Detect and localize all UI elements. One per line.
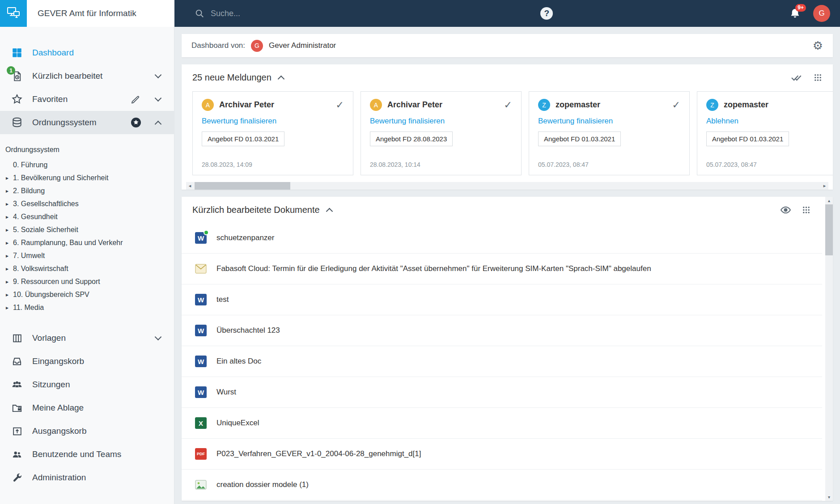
edit-pencil-icon[interactable] <box>131 95 140 104</box>
widget-drag-grid-icon[interactable] <box>802 206 810 214</box>
tree-root[interactable]: Ordnungssystem <box>4 144 170 158</box>
document-row[interactable]: W schuetzenpanzer <box>182 223 822 254</box>
tree-item[interactable]: ▸2. Bildung <box>4 184 170 197</box>
document-row[interactable]: X UniqueExcel <box>182 408 822 439</box>
document-row[interactable]: Fabasoft Cloud: Termin für die Erledigun… <box>182 254 822 284</box>
sidebar-item-recently-edited[interactable]: 1 Kürzlich bearbeitet <box>0 64 174 88</box>
collapse-chevron-up-icon[interactable] <box>326 208 333 215</box>
vertical-scrollbar[interactable]: ▴ ▾ <box>825 197 833 501</box>
chevron-down-icon[interactable] <box>155 71 162 78</box>
tree-expand-arrow[interactable]: ▸ <box>4 175 13 181</box>
mark-all-read-icon[interactable] <box>791 72 803 84</box>
tree-item[interactable]: ▸9. Ressourcen und Support <box>4 275 170 288</box>
help-button[interactable]: ? <box>540 7 553 20</box>
tree-item[interactable]: ▸5. Soziale Sicherheit <box>4 223 170 236</box>
scroll-right-arrow[interactable]: ▸ <box>821 182 828 190</box>
search-bar[interactable] <box>195 8 436 18</box>
document-row[interactable]: PDF P023_Verfahren_GEVER_v1-0_2004-06-28… <box>182 439 822 470</box>
notification-card[interactable]: Z zopemaster Ablehnen Angebot FD 01.03.2… <box>697 91 833 175</box>
search-input[interactable] <box>211 9 403 18</box>
document-row[interactable]: W test <box>182 284 822 315</box>
tree-item-label: 6. Raumplanung, Bau und Verkehr <box>13 239 123 247</box>
tree-expand-arrow[interactable]: ▸ <box>4 214 13 220</box>
tree-item[interactable]: ▸3. Gesellschaftliches <box>4 197 170 210</box>
app-logo[interactable] <box>0 0 27 27</box>
sidebar-item-sitzungen[interactable]: Sitzungen <box>0 373 174 396</box>
reference-tag[interactable]: Angebot FD 28.08.2023 <box>370 131 453 146</box>
tree-item-label: 10. Übungsbereich SPV <box>13 291 89 299</box>
tree-item[interactable]: ▸1. Bevölkerung und Sicherheit <box>4 171 170 184</box>
sidebar-item-meine-ablage[interactable]: Meine Ablage <box>0 396 174 419</box>
document-row[interactable]: W Wurst <box>182 377 822 408</box>
tree-expand-arrow[interactable]: ▸ <box>4 240 13 246</box>
tree-expand-arrow[interactable]: ▸ <box>4 201 13 207</box>
tree-expand-arrow[interactable]: ▸ <box>4 253 13 259</box>
notification-card[interactable]: A Archivar Peter ✓ Bewertung finalisiere… <box>361 91 522 175</box>
sidebar: Dashboard 1 Kürzlich bearbeitet Favorite… <box>0 27 174 504</box>
document-list: W schuetzenpanzer Fabasoft Cloud: Termin… <box>182 223 822 500</box>
sender-name: zopemaster <box>724 100 833 110</box>
sidebar-item-benutzende-und-teams[interactable]: Benutzende und Teams <box>0 443 174 466</box>
sidebar-item-ausgangskorb[interactable]: Ausgangskorb <box>0 419 174 443</box>
scrollbar-thumb[interactable] <box>195 182 290 190</box>
notifications-button[interactable]: 9+ <box>789 8 801 19</box>
sidebar-item-label: Vorlagen <box>32 333 147 343</box>
chevron-down-icon[interactable] <box>155 333 162 340</box>
notification-card[interactable]: A Archivar Peter ✓ Bewertung finalisiere… <box>192 91 353 175</box>
reference-tag[interactable]: Angebot FD 01.03.2021 <box>538 131 621 146</box>
horizontal-scrollbar[interactable]: ◂ ▸ <box>186 182 828 190</box>
tree-item[interactable]: 0. Führung <box>4 158 170 171</box>
sidebar-item-label: Dashboard <box>32 48 161 58</box>
tree-expand-arrow[interactable]: ▸ <box>4 279 13 285</box>
tree-item[interactable]: ▸4. Gesundheit <box>4 210 170 223</box>
mark-done-check-icon[interactable]: ✓ <box>336 99 344 111</box>
tree-item-label: 7. Umwelt <box>13 252 45 260</box>
tree-expand-arrow[interactable]: ▸ <box>4 266 13 272</box>
tree-item-label: 9. Ressourcen und Support <box>13 278 100 286</box>
tree-expand-arrow[interactable]: ▸ <box>4 292 13 298</box>
activity-link[interactable]: Bewertung finalisieren <box>538 117 613 126</box>
document-row[interactable]: W Überschachtel 123 <box>182 315 822 346</box>
user-avatar[interactable]: G <box>813 5 830 22</box>
tree-expand-arrow[interactable]: ▸ <box>4 188 13 194</box>
search-icon <box>195 8 204 18</box>
reference-tag[interactable]: Angebot FD 01.03.2021 <box>706 131 789 146</box>
tree-expand-arrow[interactable]: ▸ <box>4 305 13 311</box>
tree-item[interactable]: ▸6. Raumplanung, Bau und Verkehr <box>4 236 170 249</box>
sidebar-item-dashboard[interactable]: Dashboard <box>0 41 174 64</box>
tree-item[interactable]: ▸7. Umwelt <box>4 249 170 262</box>
activity-link[interactable]: Bewertung finalisieren <box>370 117 445 126</box>
scrollbar-thumb[interactable] <box>825 204 833 255</box>
scroll-down-arrow[interactable]: ▾ <box>825 493 833 501</box>
tree-item-label: 4. Gesundheit <box>13 213 58 221</box>
mark-done-check-icon[interactable]: ✓ <box>504 99 512 111</box>
scrollbar-track[interactable] <box>194 182 821 190</box>
scroll-left-arrow[interactable]: ◂ <box>186 182 194 190</box>
tree-item[interactable]: ▸11. Media <box>4 301 170 314</box>
sidebar-item-favorites[interactable]: Favoriten <box>0 88 174 111</box>
tree-item-label: 5. Soziale Sicherheit <box>13 226 78 234</box>
document-row[interactable]: creation dossier modele (1) <box>182 470 822 500</box>
chevron-up-icon[interactable] <box>155 120 162 127</box>
settings-gear-icon[interactable]: ⚙ <box>813 40 823 51</box>
tree-item[interactable]: ▸10. Übungsbereich SPV <box>4 288 170 301</box>
widget-drag-grid-icon[interactable] <box>814 73 822 82</box>
sidebar-item-eingangskorb[interactable]: Eingangskorb <box>0 350 174 373</box>
scroll-up-arrow[interactable]: ▴ <box>825 197 833 204</box>
mark-done-check-icon[interactable]: ✓ <box>672 99 680 111</box>
tree-expand-arrow[interactable]: ▸ <box>4 227 13 233</box>
favorite-star-badge-icon[interactable] <box>131 117 141 128</box>
reference-tag[interactable]: Angebot FD 01.03.2021 <box>202 131 284 146</box>
tree-item-label: 1. Bevölkerung und Sicherheit <box>13 174 108 182</box>
notification-card[interactable]: Z zopemaster ✓ Bewertung finalisieren An… <box>529 91 690 175</box>
activity-link[interactable]: Ablehnen <box>706 117 738 126</box>
sidebar-item-ordnungssystem[interactable]: Ordnungssystem <box>0 111 174 134</box>
chevron-down-icon[interactable] <box>155 94 162 102</box>
activity-link[interactable]: Bewertung finalisieren <box>202 117 276 126</box>
sidebar-item-administration[interactable]: Administration <box>0 466 174 489</box>
watch-eye-icon[interactable] <box>780 204 791 216</box>
collapse-chevron-up-icon[interactable] <box>278 75 285 82</box>
sidebar-item-vorlagen[interactable]: Vorlagen <box>0 326 174 350</box>
document-row[interactable]: W Ein altes Doc <box>182 346 822 377</box>
tree-item[interactable]: ▸8. Volkswirtschaft <box>4 262 170 275</box>
